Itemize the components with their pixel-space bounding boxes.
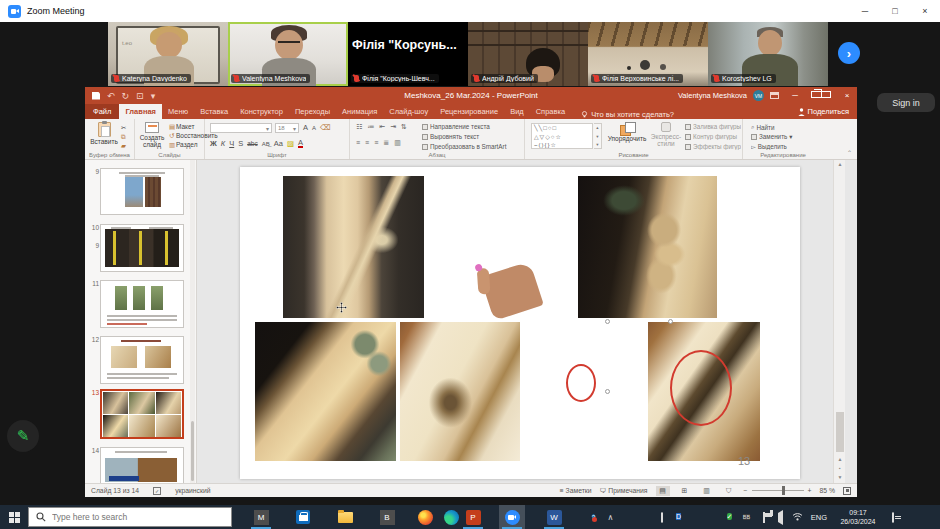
decrease-indent-icon[interactable]: ⇤ — [379, 123, 385, 131]
photo-bark-edge-wedge[interactable] — [255, 322, 396, 461]
format-painter-icon[interactable]: ▰ — [121, 142, 126, 150]
start-button[interactable] — [0, 505, 28, 529]
taskbar-app-word[interactable]: W — [541, 505, 567, 529]
slide-thumbnail-11[interactable] — [100, 280, 184, 328]
character-spacing-button[interactable]: АВ̲ — [262, 141, 270, 147]
tab-insert[interactable]: Вставка — [194, 104, 234, 119]
underline-button[interactable]: Ч — [229, 139, 234, 148]
tab-file[interactable]: Файл — [85, 104, 119, 119]
align-text-button[interactable]: Выровнять текст — [422, 133, 522, 140]
shape-effects-button[interactable]: Эффекты фигуры — [685, 143, 741, 150]
zoom-close-button[interactable]: × — [910, 0, 940, 22]
columns-icon[interactable]: ▥ — [394, 139, 401, 147]
account-name[interactable]: Valentyna Meshkova — [678, 91, 747, 100]
align-right-icon[interactable]: ≡ — [374, 139, 378, 147]
show-hidden-icons[interactable]: ∧ — [602, 513, 619, 522]
tab-menu[interactable]: Меню — [162, 104, 194, 119]
selection-handle[interactable] — [605, 319, 610, 324]
scrollbar-thumb[interactable] — [836, 412, 844, 452]
action-center-icon[interactable] — [884, 513, 901, 522]
bullets-icon[interactable]: ☷ — [356, 123, 362, 131]
normal-view-button[interactable]: ▤ — [656, 486, 670, 496]
comments-button[interactable]: 🗨 Примечания — [600, 487, 648, 494]
selection-handle[interactable] — [668, 319, 673, 324]
photo-wood-gallery-red-circle-small[interactable] — [520, 322, 648, 461]
reading-view-button[interactable]: ▥ — [700, 486, 714, 496]
start-slideshow-icon[interactable]: ⊡ — [136, 92, 144, 100]
language-tray-label[interactable]: ENG — [806, 513, 832, 522]
slide-sorter-view-button[interactable]: ⊞ — [678, 486, 692, 496]
tab-transitions[interactable]: Переходы — [289, 104, 336, 119]
align-center-icon[interactable]: ≡ — [365, 139, 369, 147]
slide-thumbnail-9[interactable] — [100, 168, 184, 215]
participant-tile-valentyna-active-speaker[interactable]: Valentyna Meshkova — [228, 22, 348, 86]
spell-check-icon[interactable]: ✓ — [153, 487, 161, 495]
tab-home[interactable]: Главная — [119, 104, 162, 119]
increase-indent-icon[interactable]: ⇥ — [390, 123, 396, 131]
ribbon-display-options-icon[interactable] — [770, 92, 779, 99]
tab-design[interactable]: Конструктор — [234, 104, 289, 119]
slide-thumbnail-10[interactable] — [100, 224, 184, 272]
current-slide[interactable]: 13 — [240, 167, 800, 479]
change-case-button[interactable]: Аа — [274, 139, 283, 148]
participant-tile-korsun[interactable]: Філія "Корсунь... Філія "Корсунь-Шевч... — [348, 22, 468, 86]
shape-fill-button[interactable]: Заливка фигуры — [685, 123, 741, 130]
bold-button[interactable]: Ж — [210, 139, 217, 148]
tray-green-check-icon[interactable]: ✓ — [721, 512, 738, 522]
tab-help[interactable]: Справка — [530, 104, 571, 119]
taskbar-app-firefox[interactable] — [412, 505, 438, 529]
taskbar-app-m[interactable]: M — [248, 505, 274, 529]
ppt-restore-button[interactable] — [811, 91, 831, 98]
sign-in-button[interactable]: Sign in — [877, 93, 935, 112]
redo-icon[interactable]: ↻ — [122, 92, 130, 100]
select-button[interactable]: ▻Выделить — [751, 143, 817, 150]
shapes-gallery[interactable]: ╲╲□○□ △▽◇○☆ ~(){}☆ — [531, 123, 593, 149]
tray-d-icon[interactable]: D — [670, 512, 687, 522]
help-tray-icon[interactable]: ? — [585, 512, 602, 523]
replace-button[interactable]: Заменить▾ — [751, 133, 817, 140]
ppt-minimize-button[interactable]: ─ — [785, 91, 805, 100]
photo-larvae-on-wood[interactable] — [578, 176, 717, 318]
search-input[interactable] — [52, 512, 212, 522]
taskbar-app-powerpoint[interactable]: P — [460, 505, 486, 529]
italic-button[interactable]: К — [221, 139, 225, 148]
tray-device-icon[interactable] — [653, 513, 670, 522]
slide-scrollbar[interactable]: ▲ ▲ ▪ ▼ — [833, 160, 845, 483]
quick-styles-button[interactable]: Экспресс- стили — [649, 122, 683, 147]
account-avatar[interactable]: VM — [753, 90, 764, 101]
previous-slide-icon[interactable]: ▲ — [834, 456, 846, 462]
participant-tile-korostyshev[interactable]: Korostyshev LG — [708, 22, 828, 86]
font-color-button[interactable]: А — [298, 139, 303, 148]
photo-wood-gallery-red-circle-large[interactable] — [648, 322, 760, 461]
taskbar-app-store[interactable] — [290, 505, 316, 529]
shape-outline-button[interactable]: Контур фигуры — [685, 133, 741, 140]
paste-button[interactable]: Вставить — [90, 122, 118, 145]
zoom-out-icon[interactable]: − — [744, 487, 748, 494]
numbering-icon[interactable]: ≔ — [367, 123, 374, 131]
justify-icon[interactable]: ≣ — [383, 139, 389, 147]
text-direction-button[interactable]: Направление текста — [422, 123, 522, 130]
zoom-slider-thumb[interactable] — [782, 486, 786, 495]
font-size-box[interactable]: 18▾ — [275, 123, 299, 133]
tab-review[interactable]: Рецензирование — [434, 104, 504, 119]
participant-tile-verkhovynske[interactable]: Філія Верховинське лі... — [588, 22, 708, 86]
slide-thumbnail-12[interactable] — [100, 336, 184, 384]
annotate-pencil-button[interactable]: ✎ — [7, 420, 39, 452]
taskbar-app-b[interactable]: B — [374, 505, 400, 529]
zoom-maximize-button[interactable]: □ — [880, 0, 910, 22]
next-participants-button[interactable]: › — [838, 42, 860, 64]
tray-bb-icon[interactable]: BB — [738, 512, 755, 522]
zoom-percentage[interactable]: 85 % — [820, 487, 836, 494]
slideshow-view-button[interactable]: ⛉ — [722, 486, 736, 496]
align-left-icon[interactable]: ≡ — [356, 139, 360, 147]
new-slide-button[interactable]: Создать слайд — [138, 122, 166, 148]
find-button[interactable]: ⌕Найти — [751, 123, 817, 131]
undo-icon[interactable]: ↶ — [107, 92, 115, 100]
photo-debarked-trunk-forest[interactable] — [283, 176, 424, 318]
strikethrough-button[interactable]: abc — [247, 140, 257, 147]
tell-me-box[interactable]: Что вы хотите сделать? — [581, 110, 674, 119]
notes-button[interactable]: ≡ Заметки — [560, 487, 592, 494]
ppt-close-button[interactable]: × — [837, 91, 857, 100]
cut-icon[interactable]: ✂ — [121, 124, 126, 132]
participant-tile-andriy[interactable]: Андрій Дубовий — [468, 22, 588, 86]
